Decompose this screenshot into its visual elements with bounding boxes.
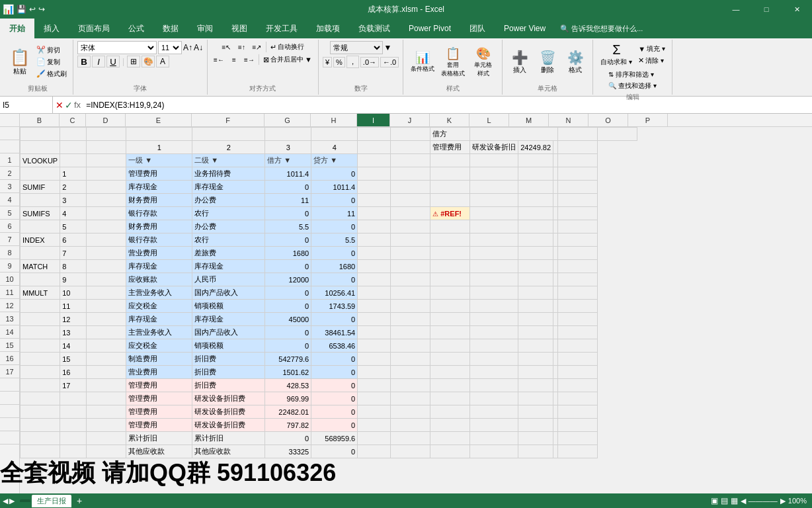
- row-header-17[interactable]: 15: [0, 339, 19, 352]
- col-B[interactable]: B: [20, 114, 60, 126]
- cell-K16[interactable]: [430, 326, 470, 339]
- cell-C24[interactable]: [60, 432, 87, 445]
- cell-I5[interactable]: [358, 181, 391, 194]
- cell-J5[interactable]: [391, 181, 430, 194]
- cell-O9[interactable]: [558, 233, 598, 247]
- cell-D3[interactable]: [87, 154, 126, 167]
- wrap-text-button[interactable]: ↵ 自动换行: [268, 42, 306, 52]
- col-K[interactable]: K: [430, 114, 469, 126]
- cell-D10[interactable]: [87, 247, 126, 260]
- cell-C1[interactable]: [60, 128, 87, 141]
- cell-K12[interactable]: [430, 273, 470, 286]
- cell-D19[interactable]: [87, 366, 126, 379]
- cell-F18[interactable]: 折旧费: [192, 353, 265, 366]
- row-header-22[interactable]: [0, 405, 19, 418]
- cell-L3[interactable]: [470, 154, 518, 167]
- cell-O19[interactable]: [558, 366, 598, 379]
- row-header-9[interactable]: 7: [0, 233, 19, 246]
- cell-G15[interactable]: 45000: [265, 313, 311, 326]
- cell-B23[interactable]: [20, 419, 60, 432]
- cell-G18[interactable]: 542779.6: [265, 353, 311, 366]
- cell-M24[interactable]: [518, 432, 553, 445]
- cell-J9[interactable]: [391, 233, 430, 247]
- cell-C12[interactable]: 9: [60, 273, 87, 286]
- cell-B17[interactable]: [20, 339, 60, 353]
- cell-M17[interactable]: [518, 339, 553, 353]
- cell-J25[interactable]: [391, 445, 430, 458]
- cell-D13[interactable]: [87, 286, 126, 300]
- cell-F13[interactable]: 国内产品收入: [192, 286, 265, 300]
- close-button[interactable]: ✕: [782, 0, 812, 19]
- col-G[interactable]: G: [264, 114, 311, 126]
- row-header-15[interactable]: 13: [0, 312, 19, 325]
- cell-N6[interactable]: [553, 194, 558, 207]
- cell-C5[interactable]: 2: [60, 181, 87, 194]
- cell-I17[interactable]: [358, 339, 391, 353]
- cell-H13[interactable]: 10256.41: [311, 286, 358, 300]
- cell-B5[interactable]: SUMIF: [20, 181, 60, 194]
- cell-N11[interactable]: [553, 260, 558, 273]
- cell-O22[interactable]: [558, 405, 598, 419]
- currency-button[interactable]: ¥: [323, 57, 332, 67]
- scroll-left-icon[interactable]: ◀: [3, 497, 8, 505]
- align-center-button[interactable]: ≡: [227, 54, 241, 65]
- cell-B2[interactable]: [20, 141, 60, 154]
- cell-C6[interactable]: 3: [60, 194, 87, 207]
- cell-N16[interactable]: [553, 326, 558, 339]
- cell-G20[interactable]: 428.53: [265, 379, 311, 392]
- cell-N2[interactable]: [553, 141, 558, 154]
- cell-L1[interactable]: [470, 128, 558, 141]
- cell-J2[interactable]: [391, 141, 430, 154]
- cell-E7[interactable]: 银行存款: [126, 207, 192, 220]
- cell-H12[interactable]: 0: [311, 273, 358, 286]
- row-header-6[interactable]: 4: [0, 193, 19, 206]
- cell-D8[interactable]: [87, 220, 126, 233]
- cell-O6[interactable]: [558, 194, 598, 207]
- cell-G7[interactable]: 0: [265, 207, 311, 220]
- align-top-left-button[interactable]: ≡↖: [219, 41, 233, 53]
- cell-H6[interactable]: 0: [311, 194, 358, 207]
- cell-C16[interactable]: 13: [60, 326, 87, 339]
- cell-F22[interactable]: 研发设备折旧费: [192, 405, 265, 419]
- cell-I18[interactable]: [358, 353, 391, 366]
- cell-E11[interactable]: 库存现金: [126, 260, 192, 273]
- cell-G16[interactable]: 0: [265, 326, 311, 339]
- cell-K25[interactable]: [430, 445, 470, 458]
- cell-D15[interactable]: [87, 313, 126, 326]
- cell-O23[interactable]: [558, 419, 598, 432]
- cell-L7[interactable]: [470, 207, 518, 220]
- cell-I11[interactable]: [358, 260, 391, 273]
- cell-C9[interactable]: 6: [60, 233, 87, 247]
- cell-C15[interactable]: 12: [60, 313, 87, 326]
- tab-power-view[interactable]: Power View: [495, 19, 555, 38]
- align-right-button[interactable]: ≡→: [242, 54, 257, 65]
- cell-H7[interactable]: 11: [311, 207, 358, 220]
- find-select-button[interactable]: 🔍 查找和选择 ▾: [606, 81, 659, 91]
- cell-F3[interactable]: 二级 ▼: [192, 154, 265, 167]
- cell-C8[interactable]: 5: [60, 220, 87, 233]
- cell-H23[interactable]: 0: [311, 419, 358, 432]
- cell-I13[interactable]: [358, 286, 391, 300]
- cell-L16[interactable]: [470, 326, 518, 339]
- cell-N20[interactable]: [553, 379, 558, 392]
- italic-button[interactable]: I: [92, 56, 105, 67]
- cell-L22[interactable]: [470, 405, 518, 419]
- align-top-right-button[interactable]: ≡↗: [249, 41, 264, 53]
- cell-I1[interactable]: [358, 128, 391, 141]
- cell-L18[interactable]: [470, 353, 518, 366]
- cell-O25[interactable]: [558, 445, 598, 458]
- cell-M20[interactable]: [518, 379, 553, 392]
- fill-button[interactable]: ▼ 填充 ▾: [636, 44, 667, 54]
- cell-H15[interactable]: 0: [311, 313, 358, 326]
- cell-I10[interactable]: [358, 247, 391, 260]
- cell-G12[interactable]: 12000: [265, 273, 311, 286]
- cell-M14[interactable]: [518, 300, 553, 313]
- maximize-button[interactable]: □: [751, 0, 782, 19]
- cell-G25[interactable]: 33325: [265, 445, 311, 458]
- cell-F5[interactable]: 库存现金: [192, 181, 265, 194]
- row-header-18[interactable]: 16: [0, 352, 19, 365]
- tab-power-pivot[interactable]: Power Pivot: [399, 19, 460, 38]
- clear-button[interactable]: ✕ 清除 ▾: [636, 56, 667, 66]
- cell-N7[interactable]: [553, 207, 558, 220]
- cell-I3[interactable]: [358, 154, 391, 167]
